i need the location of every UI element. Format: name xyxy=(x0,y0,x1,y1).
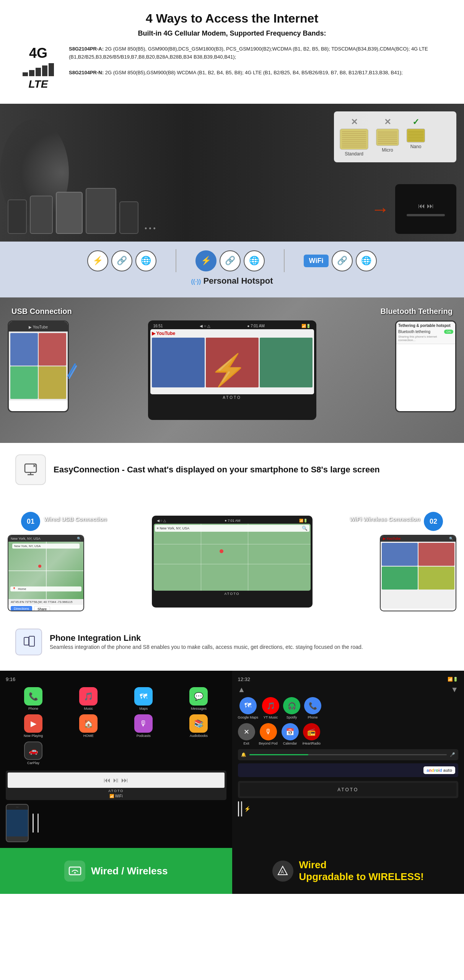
model-a-desc: 2G (GSM 850(B5), GSM900(B8),DCS_GSM1800(… xyxy=(69,46,428,60)
center-maps-unit: ◀ ○ △ ● 7:01 AM 📶🔋 ≡ New York, NY, USA 🔍… xyxy=(152,516,313,608)
separator-1 xyxy=(176,249,176,272)
app-phone: 📞 Phone xyxy=(8,687,59,710)
carplay-android-section: 9:16 📞 Phone 🎵 Music 🗺 Maps 💬 Messages xyxy=(0,671,464,848)
easy-conn-text: EasyConnection - Cast what's displayed o… xyxy=(54,465,380,475)
iheartradio-label: iHeartRadio xyxy=(303,742,321,745)
bluetooth-icon: ⚡ xyxy=(195,250,217,271)
signal-bars xyxy=(23,63,54,76)
wired-icon xyxy=(64,861,85,882)
svg-rect-3 xyxy=(24,637,29,645)
4g-label: 4G xyxy=(29,45,47,61)
aa-nav-down[interactable]: ▼ xyxy=(451,685,458,694)
aa-phone-icon: 📞 xyxy=(304,697,321,714)
aa-usb-cable: ⚡ xyxy=(238,801,459,817)
easy-conn-title: EasyConnection - Cast what's displayed o… xyxy=(54,465,380,475)
spotify-label: Spotify xyxy=(287,715,297,719)
lte-icon: 4G LTE xyxy=(15,45,61,90)
badge-02: 02 xyxy=(424,512,443,531)
aa-phone-label: Phone xyxy=(308,715,318,719)
sim-section: ✕ Standard ✕ Micro ✓ Nano xyxy=(334,111,456,162)
beyondpod-label: Beyond Pod xyxy=(259,742,278,745)
android-auto-panel: 12:32 📶🔋 ▲ ▼ 🗺 Google Maps 🎵 YT Music 🎧 … xyxy=(232,671,464,848)
sim-nano-label: Nano xyxy=(410,144,422,149)
usb-icon: ⚡ xyxy=(87,250,108,271)
sim-micro-label: Micro xyxy=(382,147,393,153)
phone-int-title: Phone Integration Link xyxy=(50,633,363,643)
usb-group: ⚡ 🔗 🌐 xyxy=(87,250,156,271)
aa-top-row: 🗺 Google Maps 🎵 YT Music 🎧 Spotify 📞 Pho… xyxy=(238,697,459,719)
chain-icon-1: 🔗 xyxy=(111,250,132,271)
upgradable-text: Wired Upgradable to WIRELESS! xyxy=(299,859,424,883)
phone-usb-left: ▶ YouTube xyxy=(8,320,69,412)
aa-media-bar: 🔔 🎤 xyxy=(238,749,459,760)
music-app-icon: 🎵 xyxy=(79,687,98,706)
car-interior-image: ◀ ○ △ ✦ 7:01 AM 📶 🔋 ▶ YouTube xyxy=(0,104,464,242)
carplay-app-grid: 📞 Phone 🎵 Music 🗺 Maps 💬 Messages ▶ Now xyxy=(6,685,226,767)
bluetooth-tethering-label: Bluetooth Tethering xyxy=(381,307,453,316)
app-home: 🏠 HOME xyxy=(63,714,114,738)
aa-atoto-unit: ATOTO xyxy=(238,781,459,798)
svg-rect-4 xyxy=(29,636,34,646)
maps-app-icon: 🗺 xyxy=(134,687,153,706)
messages-app-icon: 💬 xyxy=(189,687,208,706)
easy-conn-header: EasyConnection - Cast what's displayed o… xyxy=(15,454,449,485)
upgrade-icon: A xyxy=(272,861,293,882)
internet-section: 4 Ways to Access the Internet Built-in 4… xyxy=(0,0,464,104)
demo-label-01: Wired USB Connection xyxy=(44,516,107,522)
calendar-icon: 📅 xyxy=(282,723,299,740)
messages-app-label: Messages xyxy=(191,707,207,710)
aa-app-exit: ✕ Exit xyxy=(238,723,255,745)
phone-bluetooth-right: Tethering & portable hotspot Bluetooth t… xyxy=(395,320,456,412)
separator-2 xyxy=(284,249,285,272)
podcasts-app-icon: 🎙 xyxy=(134,714,153,733)
ytmusic-icon: 🎵 xyxy=(262,697,279,714)
podcasts-app-label: Podcasts xyxy=(137,734,151,738)
phone-int-desc: Seamless integration of the phone and S8… xyxy=(50,643,363,651)
spotify-icon: 🎧 xyxy=(283,697,300,714)
audiobooks-app-icon: 📚 xyxy=(189,714,208,733)
bluetooth-icon-big: ⚡ xyxy=(209,352,247,388)
aa-nav: ▲ ▼ xyxy=(238,685,459,694)
phone-app-icon: 📞 xyxy=(24,687,42,706)
iheartradio-icon: 📻 xyxy=(303,723,320,740)
model-a-label: S8G2104PR-A: xyxy=(69,46,104,52)
easy-conn-icon xyxy=(15,454,46,485)
carplay-app-icon: 🚗 xyxy=(24,742,42,760)
carplay-atoto-unit: ⏮ ⏯ ⏭ ATOTO 📶 WiFi xyxy=(6,771,226,800)
phone-int-header: Phone Integration Link Seamless integrat… xyxy=(15,629,449,655)
aa-app-spotify: 🎧 Spotify xyxy=(283,697,300,719)
nowplaying-app-label: Now Playing xyxy=(24,734,43,738)
android-auto-logo-area: android auto xyxy=(238,763,459,777)
home-app-label: HOME xyxy=(83,734,94,738)
app-maps: 🗺 Maps xyxy=(118,687,169,710)
phone-int-icon xyxy=(15,629,42,655)
wired-left: Wired / Wireless xyxy=(0,848,232,894)
aa-app-ytmusic: 🎵 YT Music xyxy=(262,697,279,719)
conn-icons-row: ⚡ 🔗 🌐 ⚡ 🔗 🌐 WiFi 🔗 🌐 xyxy=(15,249,449,272)
phone-mockups: • • • xyxy=(8,188,159,234)
home-app-icon: 🏠 xyxy=(79,714,98,733)
wired-right: A Wired Upgradable to WIRELESS! xyxy=(232,848,464,894)
maps-app-label: Maps xyxy=(139,707,148,710)
aa-bottom-row: ✕ Exit 🎙 Beyond Pod 📅 Calendar 📻 iHeartR… xyxy=(238,723,459,745)
ytmusic-label: YT Music xyxy=(264,715,278,719)
svg-text:A: A xyxy=(281,869,284,875)
app-nowplaying: ▶ Now Playing xyxy=(8,714,59,738)
badge-01: 01 xyxy=(21,512,40,531)
chain-icon-2: 🔗 xyxy=(220,250,241,271)
aa-nav-up[interactable]: ▲ xyxy=(238,685,246,694)
model-n-label: S8G2104PR-N: xyxy=(69,70,104,75)
chain-icon-3: 🔗 xyxy=(332,250,353,271)
aa-app-iheartradio: 📻 iHeartRadio xyxy=(303,723,321,745)
easy-connection-section: EasyConnection - Cast what's displayed o… xyxy=(0,443,464,504)
upgradable-label: Wired xyxy=(299,859,424,871)
globe-icon-3: 🌐 xyxy=(356,250,377,271)
modem-specs: S8G2104PR-A: 2G (GSM 850(B5), GSM900(B8)… xyxy=(69,45,449,77)
hotspot-label: Personal Hotspot xyxy=(203,276,273,286)
exit-icon: ✕ xyxy=(238,723,255,740)
app-carplay: 🚗 CarPlay xyxy=(8,742,59,765)
model-n-desc: 2G (GSM 850(B5),GSM900(B8) WCDMA (B1, B2… xyxy=(105,70,403,75)
calendar-label: Calendar xyxy=(283,742,297,745)
modem-info: 4G LTE S8G2104PR-A: 2G (GSM 850(B5), GSM… xyxy=(15,45,449,90)
connection-icons-section: ⚡ 🔗 🌐 ⚡ 🔗 🌐 WiFi 🔗 🌐 ((·)) Personal Hots… xyxy=(0,242,464,297)
